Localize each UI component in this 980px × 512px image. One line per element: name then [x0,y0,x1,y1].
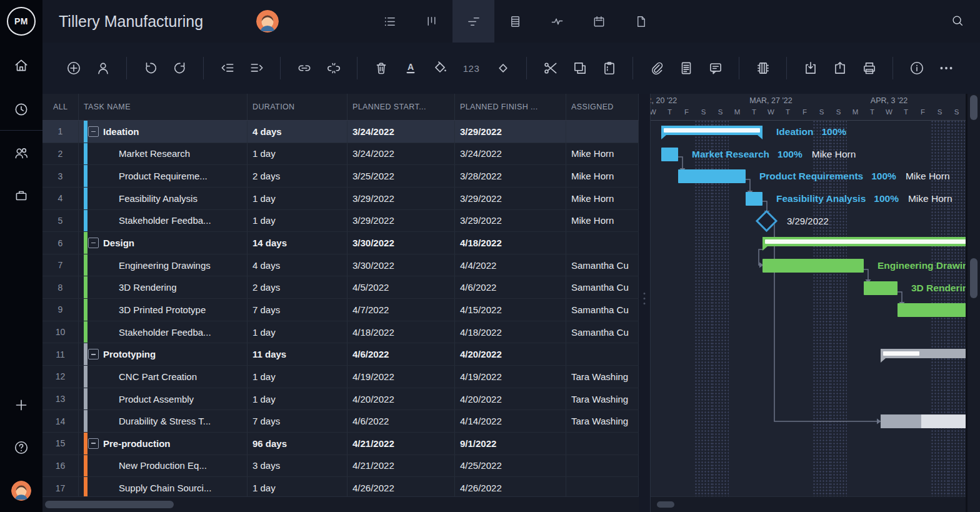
assigned-cell[interactable]: Mike Horn [566,210,639,232]
export-button[interactable] [831,60,848,77]
assigned-cell[interactable]: Samantha Cu [566,299,639,321]
table-row-12[interactable]: 12CNC Part Creation1 day4/19/20224/19/20… [42,366,639,388]
task-bar[interactable] [678,169,746,183]
table-row-6[interactable]: 6Design14 days3/30/20224/18/2022 [42,232,639,254]
column-header-start[interactable]: PLANNED START... [348,94,455,120]
summary-bar[interactable] [881,349,966,358]
milestone-diamond[interactable] [755,209,777,231]
summary-bar[interactable] [661,126,762,135]
table-row-14[interactable]: 14Durability & Stress T...7 days4/6/2022… [42,410,639,433]
start-cell[interactable]: 4/18/2022 [348,321,455,343]
start-cell[interactable]: 4/5/2022 [348,276,455,298]
finish-cell[interactable]: 4/20/2022 [455,388,566,410]
table-row-11[interactable]: 11Prototyping11 days4/6/20224/20/2022 [42,343,639,366]
task-name-cell[interactable]: Product Assembly [79,388,248,410]
assigned-cell[interactable] [566,433,639,454]
finish-cell[interactable]: 4/20/2022 [455,343,566,365]
info-button[interactable] [908,60,925,77]
search-icon[interactable] [950,14,965,29]
import-button[interactable] [802,60,819,77]
notes-button[interactable] [678,60,694,77]
task-name-cell[interactable]: Design [79,232,248,254]
column-header-name[interactable]: TASK NAME [79,94,248,120]
redo-button[interactable] [171,60,188,77]
fill-color-button[interactable] [431,60,448,77]
table-row-4[interactable]: 4Feasibility Analysis1 day3/29/20223/29/… [42,188,639,210]
duration-cell[interactable]: 1 day [248,321,348,343]
assigned-cell[interactable]: Mike Horn [566,143,639,165]
task-name-cell[interactable]: Feasibility Analysis [79,188,248,209]
tab-list-view[interactable] [369,0,411,43]
start-cell[interactable]: 4/21/2022 [348,433,455,454]
assigned-cell[interactable]: Tara Washing [566,366,639,388]
start-cell[interactable]: 4/7/2022 [348,299,455,321]
table-row-7[interactable]: 7Engineering Drawings4 days3/30/20224/4/… [42,254,639,277]
task-name-cell[interactable]: Durability & Stress T... [79,410,248,432]
duration-cell[interactable]: 1 day [248,477,348,499]
paste-button[interactable] [601,60,618,77]
task-bar[interactable] [864,281,898,295]
finish-cell[interactable]: 4/15/2022 [455,299,566,321]
duration-cell[interactable]: 7 days [248,299,348,321]
column-header-duration[interactable]: DURATION [248,94,348,120]
task-bar[interactable] [898,303,966,317]
delete-task-button[interactable] [372,60,389,77]
start-cell[interactable]: 3/25/2022 [348,165,455,187]
assigned-cell[interactable] [566,455,639,477]
start-cell[interactable]: 3/30/2022 [348,232,455,254]
table-row-5[interactable]: 5Stakeholder Feedba...1 day3/29/20223/29… [42,210,639,233]
duration-cell[interactable]: 1 day [248,143,348,165]
start-cell[interactable]: 3/29/2022 [348,210,455,232]
print-button[interactable] [861,60,878,77]
finish-cell[interactable]: 4/25/2022 [455,455,566,477]
table-hscrollbar-thumb[interactable] [45,501,174,508]
finish-cell[interactable]: 9/1/2022 [455,433,566,454]
task-name-cell[interactable]: CNC Part Creation [79,366,248,388]
help-icon[interactable] [13,439,29,456]
assigned-cell[interactable]: Samantha Cu [566,254,639,276]
task-name-cell[interactable]: Engineering Drawings [79,254,248,276]
finish-cell[interactable]: 4/6/2022 [455,276,566,298]
collapse-icon[interactable] [88,238,99,248]
tab-document-view[interactable] [620,0,662,43]
unlink-tasks-button[interactable] [325,60,342,77]
finish-cell[interactable]: 4/4/2022 [455,254,566,276]
task-name-cell[interactable]: Supply Chain Sourci... [79,477,248,499]
assigned-cell[interactable]: Tara Washing [566,410,639,432]
cut-button[interactable] [542,60,559,77]
finish-cell[interactable]: 3/29/2022 [455,121,566,143]
start-cell[interactable]: 3/30/2022 [348,254,455,276]
duration-cell[interactable]: 3 days [248,455,348,477]
task-name-cell[interactable]: Stakeholder Feedba... [79,210,248,232]
finish-cell[interactable]: 4/18/2022 [455,232,566,254]
start-cell[interactable]: 4/26/2022 [348,477,455,499]
table-row-8[interactable]: 83D Rendering2 days4/5/20224/6/2022Saman… [42,276,639,299]
gantt-hscrollbar-thumb[interactable] [657,501,674,508]
numbers-button[interactable]: 123 [461,60,482,77]
start-cell[interactable]: 3/29/2022 [348,188,455,209]
link-tasks-button[interactable] [296,60,312,77]
duration-cell[interactable]: 14 days [248,232,348,254]
table-row-15[interactable]: 15Pre-production96 days4/21/20229/1/2022 [42,433,639,455]
task-name-cell[interactable]: Product Requireme... [79,165,248,187]
duration-cell[interactable]: 1 day [248,210,348,232]
column-header-num[interactable]: ALL [42,94,79,120]
panel-resize-handle[interactable] [639,94,650,512]
task-name-cell[interactable]: 3D Printed Prototype [79,299,248,321]
duration-cell[interactable]: 7 days [248,410,348,432]
start-cell[interactable]: 4/21/2022 [348,455,455,477]
finish-cell[interactable]: 3/29/2022 [455,188,566,209]
copy-button[interactable] [571,60,588,77]
start-cell[interactable]: 4/20/2022 [348,388,455,410]
finish-cell[interactable]: 3/28/2022 [455,165,566,187]
task-name-cell[interactable]: Market Research [79,143,248,165]
tab-board-view[interactable] [411,0,452,43]
table-row-13[interactable]: 13Product Assembly1 day4/20/20224/20/202… [42,388,639,411]
finish-cell[interactable]: 3/24/2022 [455,143,566,165]
assigned-cell[interactable]: Mike Horn [566,188,639,209]
assigned-cell[interactable]: Samantha Cu [566,276,639,298]
table-row-16[interactable]: 16New Production Eq...3 days4/21/20224/2… [42,455,639,478]
duration-cell[interactable]: 2 days [248,276,348,298]
finish-cell[interactable]: 4/14/2022 [455,410,566,432]
duration-cell[interactable]: 2 days [248,165,348,187]
